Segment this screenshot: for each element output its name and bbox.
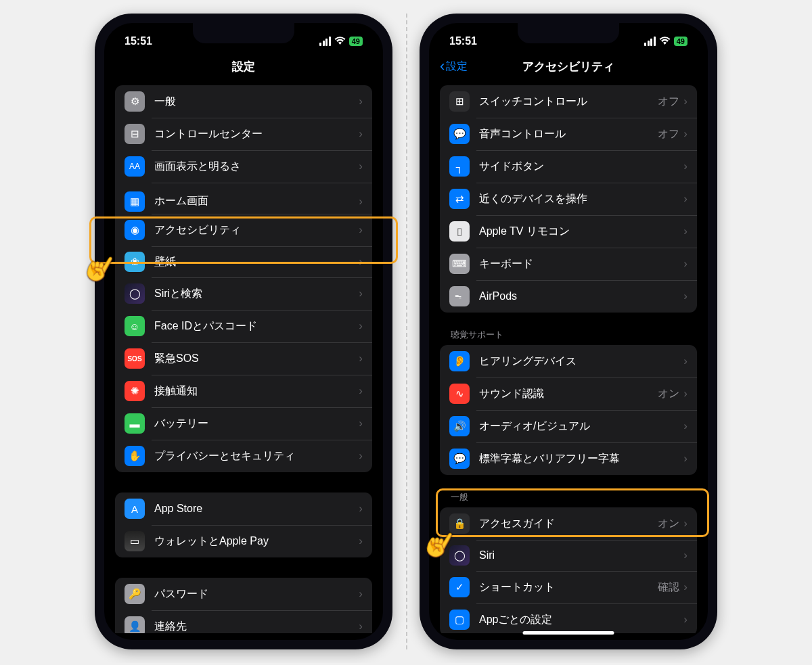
row-label: パスワード bbox=[154, 587, 359, 601]
row-label: バッテリー bbox=[154, 417, 359, 431]
row-icon: AA bbox=[125, 156, 145, 177]
row-icon: ✺ bbox=[125, 381, 145, 401]
chevron-right-icon: › bbox=[359, 352, 363, 365]
chevron-right-icon: › bbox=[683, 452, 687, 465]
row-label: AirPods bbox=[479, 290, 683, 302]
back-label: 設定 bbox=[446, 60, 468, 74]
chevron-right-icon: › bbox=[359, 384, 363, 398]
general-header: 一般 bbox=[440, 491, 697, 507]
list-row[interactable]: ☺Face IDとパスコード› bbox=[115, 310, 372, 342]
list-row[interactable]: 🔊オーディオ/ビジュアル› bbox=[440, 410, 697, 442]
row-icon: 💬 bbox=[449, 124, 470, 144]
row-label: 連絡先 bbox=[154, 620, 359, 634]
list-row[interactable]: ⇄近くのデバイスを操作› bbox=[440, 183, 697, 215]
list-row[interactable]: 🔒アクセスガイドオン› bbox=[440, 507, 697, 540]
list-row[interactable]: ⚙一般› bbox=[115, 85, 372, 118]
list-row[interactable]: ᯓAirPods› bbox=[440, 280, 697, 313]
chevron-right-icon: › bbox=[359, 223, 363, 237]
row-icon: ᯓ bbox=[449, 286, 470, 306]
list-row[interactable]: ✓ショートカット確認› bbox=[440, 571, 697, 603]
list-row[interactable]: ▭ウォレットとApple Pay› bbox=[115, 525, 372, 557]
list-row[interactable]: ◯Siriと検索› bbox=[115, 277, 372, 310]
row-label: 壁紙 bbox=[154, 255, 359, 269]
hearing-group: 👂ヒアリングデバイス›∿サウンド認識オン›🔊オーディオ/ビジュアル›💬標準字幕と… bbox=[440, 345, 697, 475]
row-label: App Store bbox=[154, 503, 359, 515]
list-row[interactable]: ◉アクセシビリティ› bbox=[115, 214, 372, 246]
row-label: ヒアリングデバイス bbox=[479, 354, 683, 369]
motor-group: ⊞スイッチコントロールオフ›💬音声コントロールオフ›┐サイドボタン›⇄近くのデバ… bbox=[440, 85, 697, 313]
row-label: サウンド認識 bbox=[479, 387, 658, 401]
list-row[interactable]: ◯Siri› bbox=[440, 540, 697, 571]
screen-right: 15:51 49 ‹ 設定 アクセシビリティ ⊞スイッチコントロールオフ›💬音声… bbox=[429, 23, 708, 640]
chevron-right-icon: › bbox=[359, 127, 363, 141]
list-row[interactable]: SOS緊急SOS› bbox=[115, 342, 372, 375]
accessibility-list[interactable]: ⊞スイッチコントロールオフ›💬音声コントロールオフ›┐サイドボタン›⇄近くのデバ… bbox=[429, 85, 708, 633]
row-icon: ✓ bbox=[449, 577, 470, 597]
settings-group-1: ⚙一般›⊟コントロールセンター›AA画面表示と明るさ›▦ホーム画面›◉アクセシビ… bbox=[115, 85, 372, 472]
row-value: オフ bbox=[658, 127, 679, 141]
row-icon: ☺ bbox=[125, 316, 145, 336]
list-row[interactable]: ▦ホーム画面› bbox=[115, 183, 372, 214]
list-row[interactable]: ❀壁紙› bbox=[115, 246, 372, 277]
row-icon: ▢ bbox=[449, 610, 470, 630]
list-row[interactable]: ▢Appごとの設定› bbox=[440, 603, 697, 633]
row-value: オフ bbox=[658, 95, 679, 109]
nav-bar: 設定 bbox=[104, 53, 383, 80]
row-value: オン bbox=[658, 387, 679, 401]
row-icon: ⚙ bbox=[125, 91, 145, 112]
row-label: オーディオ/ビジュアル bbox=[479, 419, 683, 434]
list-row[interactable]: AA画面表示と明るさ› bbox=[115, 150, 372, 183]
row-label: 緊急SOS bbox=[154, 352, 359, 366]
chevron-right-icon: › bbox=[683, 580, 687, 594]
list-row[interactable]: 👤連絡先› bbox=[115, 610, 372, 633]
back-button[interactable]: ‹ 設定 bbox=[440, 58, 468, 75]
row-icon: 🔑 bbox=[125, 584, 145, 604]
chevron-right-icon: › bbox=[359, 502, 363, 515]
list-row[interactable]: ⊞スイッチコントロールオフ› bbox=[440, 85, 697, 118]
wifi-icon bbox=[334, 36, 346, 47]
list-row[interactable]: ⊟コントロールセンター› bbox=[115, 118, 372, 150]
list-row[interactable]: ┐サイドボタン› bbox=[440, 150, 697, 183]
home-indicator[interactable] bbox=[523, 631, 614, 635]
row-label: Siriと検索 bbox=[154, 287, 359, 301]
row-icon: ▯ bbox=[449, 221, 470, 242]
settings-list[interactable]: ⚙一般›⊟コントロールセンター›AA画面表示と明るさ›▦ホーム画面›◉アクセシビ… bbox=[104, 85, 383, 633]
row-label: Apple TV リモコン bbox=[479, 225, 683, 239]
row-value: 確認 bbox=[658, 580, 679, 595]
chevron-right-icon: › bbox=[359, 417, 363, 430]
chevron-right-icon: › bbox=[683, 127, 687, 141]
chevron-right-icon: › bbox=[683, 257, 687, 271]
row-icon: ✋ bbox=[125, 446, 145, 466]
chevron-right-icon: › bbox=[359, 620, 363, 633]
list-row[interactable]: ✺接触通知› bbox=[115, 375, 372, 407]
battery-icon: 49 bbox=[674, 37, 687, 46]
row-icon: 🔊 bbox=[449, 416, 470, 436]
row-icon: ▦ bbox=[125, 191, 145, 212]
signal-icon bbox=[319, 37, 331, 46]
chevron-right-icon: › bbox=[359, 255, 363, 269]
status-time: 15:51 bbox=[125, 35, 152, 47]
row-label: スイッチコントロール bbox=[479, 95, 658, 109]
list-row[interactable]: ∿サウンド認識オン› bbox=[440, 377, 697, 410]
list-row[interactable]: 👂ヒアリングデバイス› bbox=[440, 345, 697, 377]
row-icon: ▭ bbox=[125, 531, 145, 551]
row-label: 接触通知 bbox=[154, 384, 359, 398]
list-row[interactable]: ⌨キーボード› bbox=[440, 248, 697, 280]
chevron-right-icon: › bbox=[683, 192, 687, 206]
list-row[interactable]: ▯Apple TV リモコン› bbox=[440, 215, 697, 248]
list-row[interactable]: AApp Store› bbox=[115, 492, 372, 525]
row-icon: ⊟ bbox=[125, 124, 145, 144]
phone-frame-left: 15:51 49 設定 ⚙一般›⊟コントロールセンター›AA画面表示と明るさ›▦… bbox=[95, 14, 392, 649]
chevron-right-icon: › bbox=[683, 354, 687, 368]
row-label: サイドボタン bbox=[479, 160, 683, 174]
list-row[interactable]: 💬音声コントロールオフ› bbox=[440, 118, 697, 150]
row-label: Face IDとパスコード bbox=[154, 319, 359, 334]
row-label: ホーム画面 bbox=[154, 194, 359, 208]
chevron-right-icon: › bbox=[683, 387, 687, 400]
list-row[interactable]: ✋プライバシーとセキュリティ› bbox=[115, 440, 372, 472]
chevron-right-icon: › bbox=[683, 549, 687, 562]
list-row[interactable]: ▬バッテリー› bbox=[115, 407, 372, 440]
list-row[interactable]: 💬標準字幕とバリアフリー字幕› bbox=[440, 442, 697, 475]
list-row[interactable]: 🔑パスワード› bbox=[115, 578, 372, 610]
general-group: 🔒アクセスガイドオン›◯Siri›✓ショートカット確認›▢Appごとの設定› bbox=[440, 507, 697, 633]
